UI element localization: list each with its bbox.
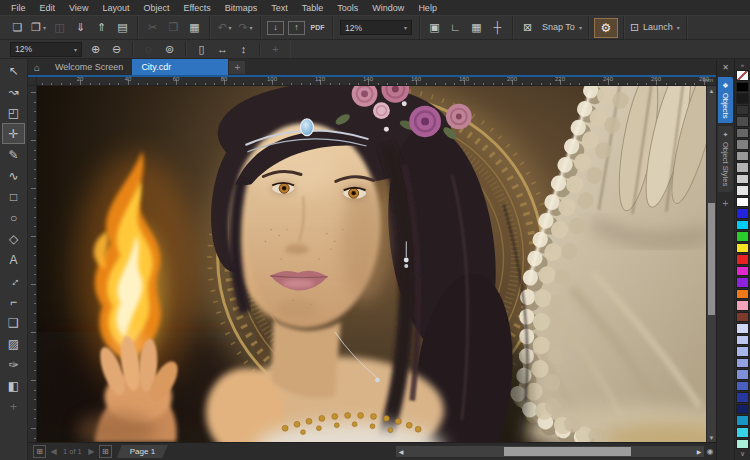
vertical-ruler[interactable] xyxy=(28,86,37,442)
menu-layout[interactable]: Layout xyxy=(95,2,136,14)
color-swatch[interactable] xyxy=(736,300,749,311)
color-swatch[interactable] xyxy=(736,323,749,334)
pan-tool[interactable]: ✛ xyxy=(2,123,25,144)
scroll-down-button[interactable]: ▼ xyxy=(707,433,716,442)
color-swatch[interactable] xyxy=(736,185,749,196)
menu-table[interactable]: Table xyxy=(295,2,331,14)
ellipse-tool[interactable]: ○ xyxy=(2,207,25,228)
menu-file[interactable]: File xyxy=(4,2,33,14)
color-swatch[interactable] xyxy=(736,197,749,208)
color-swatch[interactable] xyxy=(736,174,749,185)
export-button[interactable]: ⇑ xyxy=(92,20,111,36)
menu-edit[interactable]: Edit xyxy=(33,2,63,14)
scroll-right-button[interactable]: ▶ xyxy=(694,448,704,455)
scroll-left-button[interactable]: ◀ xyxy=(396,448,406,455)
menu-help[interactable]: Help xyxy=(411,2,444,14)
horizontal-scroll-thumb[interactable] xyxy=(504,447,631,456)
zoom-page-height-button[interactable]: ↕ xyxy=(234,41,253,57)
scroll-up-button[interactable]: ▲ xyxy=(707,86,716,95)
color-swatch[interactable] xyxy=(736,312,749,323)
eyedropper-tool[interactable]: ✑ xyxy=(2,354,25,375)
color-swatch[interactable] xyxy=(736,243,749,254)
horizontal-ruler[interactable]: mm20406080100120140160180200220240260280 xyxy=(37,77,716,85)
docker-close-button[interactable]: ✕ xyxy=(722,61,729,74)
color-swatch[interactable] xyxy=(736,162,749,173)
menu-bitmaps[interactable]: Bitmaps xyxy=(218,2,265,14)
new-tab-button[interactable]: + xyxy=(229,61,245,74)
zoom-level-combo[interactable]: 12%▾ xyxy=(10,42,82,57)
docker-tab-object-styles[interactable]: ✦Object Styles xyxy=(718,126,733,191)
prev-page-button[interactable]: ◀ xyxy=(48,446,59,457)
color-swatch[interactable] xyxy=(736,231,749,242)
drop-shadow-tool[interactable]: ❑ xyxy=(2,312,25,333)
drawing-canvas[interactable] xyxy=(37,86,706,442)
document-navigator-button[interactable]: ◉ xyxy=(704,445,716,458)
color-swatch[interactable] xyxy=(736,128,749,139)
color-swatch[interactable] xyxy=(736,93,749,104)
zoom-all-objects-button[interactable]: ⊚ xyxy=(160,41,179,57)
color-swatch[interactable] xyxy=(736,439,749,450)
color-swatch[interactable] xyxy=(736,266,749,277)
dimension-tool[interactable]: ↔ xyxy=(2,270,25,291)
add-page-end-button[interactable]: ⊞ xyxy=(99,445,112,458)
color-swatch[interactable] xyxy=(736,289,749,300)
color-swatch[interactable] xyxy=(736,335,749,346)
horizontal-scrollbar[interactable]: ◀ ▶ xyxy=(396,446,704,457)
menu-view[interactable]: View xyxy=(62,2,95,14)
color-swatch[interactable] xyxy=(736,139,749,150)
color-swatch[interactable] xyxy=(736,381,749,392)
redo-button[interactable]: ↷▾ xyxy=(236,20,255,36)
show-guidelines-button[interactable]: ┼ xyxy=(488,20,507,36)
zoom-level-combo[interactable]: 12%▾ xyxy=(340,20,412,35)
shape-tool[interactable]: ↝ xyxy=(2,81,25,102)
color-swatch[interactable] xyxy=(736,415,749,426)
connector-tool[interactable]: ⌐ xyxy=(2,291,25,312)
color-swatch[interactable] xyxy=(736,369,749,380)
page-tab[interactable]: Page 1 xyxy=(117,445,168,458)
paste-button[interactable]: ▦ xyxy=(185,20,204,36)
menu-effects[interactable]: Effects xyxy=(176,2,217,14)
snap-to-button[interactable]: Snap To▾ xyxy=(539,20,583,36)
chevron-down-icon[interactable]: ▾ xyxy=(404,24,407,31)
pick-tool[interactable]: ↖ xyxy=(2,60,25,81)
zoom-selected-button[interactable]: ◌ xyxy=(139,41,158,57)
color-swatch[interactable] xyxy=(736,220,749,231)
tab-city-cdr[interactable]: City.cdr xyxy=(132,59,228,75)
import-dialog-button[interactable]: ↓ xyxy=(267,21,284,35)
text-tool[interactable]: A xyxy=(2,249,25,270)
color-swatch[interactable] xyxy=(736,254,749,265)
ruler-corner[interactable] xyxy=(28,77,37,85)
chevron-down-icon[interactable]: ▾ xyxy=(74,46,77,53)
color-swatch[interactable] xyxy=(736,82,749,93)
full-screen-preview-button[interactable]: ▣ xyxy=(425,20,444,36)
show-rulers-button[interactable]: ∟ xyxy=(446,20,465,36)
rectangle-tool[interactable]: □ xyxy=(2,186,25,207)
interactive-fill-tool[interactable]: ◧ xyxy=(2,375,25,396)
docker-add-button[interactable]: + xyxy=(723,198,729,209)
color-swatch[interactable] xyxy=(736,346,749,357)
new-document-button[interactable]: ❏ xyxy=(8,20,27,36)
menu-text[interactable]: Text xyxy=(264,2,295,14)
zoom-in-button[interactable]: ⊕ xyxy=(86,41,105,57)
horizontal-scroll-track[interactable] xyxy=(406,446,694,457)
color-swatch[interactable] xyxy=(736,105,749,116)
tab-welcome-screen[interactable]: Welcome Screen xyxy=(46,59,132,75)
zoom-out-button[interactable]: ⊖ xyxy=(107,41,126,57)
menu-object[interactable]: Object xyxy=(136,2,176,14)
crop-tool[interactable]: ◰ xyxy=(2,102,25,123)
color-swatch[interactable] xyxy=(736,277,749,288)
undo-button[interactable]: ↶▾ xyxy=(215,20,234,36)
show-grid-button[interactable]: ▦ xyxy=(467,20,486,36)
zoom-page-width-button[interactable]: ↔ xyxy=(213,41,232,57)
color-swatch[interactable] xyxy=(736,151,749,162)
vertical-scroll-thumb[interactable] xyxy=(708,203,715,315)
home-button[interactable]: ⌂ xyxy=(28,59,46,75)
color-swatch[interactable] xyxy=(736,358,749,369)
color-swatch[interactable] xyxy=(736,427,749,438)
menu-tools[interactable]: Tools xyxy=(330,2,365,14)
export-dialog-button[interactable]: ↑ xyxy=(288,21,305,35)
customize-add-button[interactable]: + xyxy=(266,41,285,57)
artistic-media-tool[interactable]: ∿ xyxy=(2,165,25,186)
transparency-tool[interactable]: ▨ xyxy=(2,333,25,354)
print-button[interactable]: ▤ xyxy=(113,20,132,36)
